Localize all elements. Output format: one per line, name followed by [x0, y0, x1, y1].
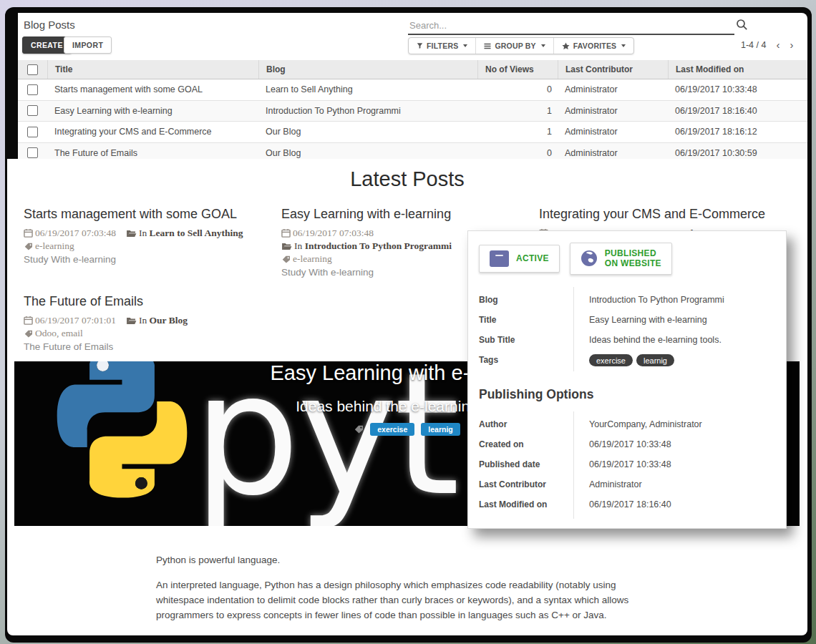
post-date: 06/19/2017 07:03:48 — [293, 228, 374, 238]
col-views[interactable]: No of Views — [477, 60, 558, 79]
hero-tag[interactable]: exercise — [370, 423, 414, 436]
group-by-label: GROUP BY — [495, 42, 535, 50]
post-tags[interactable]: Odoo, email — [35, 328, 83, 338]
tags-value: exerciselearnig — [581, 355, 678, 365]
field-value[interactable]: 06/19/2017 18:16:40 — [581, 499, 671, 509]
cell-views: 1 — [477, 106, 558, 116]
col-blog[interactable]: Blog — [258, 60, 477, 79]
table-row[interactable]: Starts management with some GOAL Learn t… — [18, 79, 807, 101]
chevron-down-icon — [621, 44, 626, 47]
calendar-icon — [281, 228, 291, 238]
cell-modified: 06/19/2017 18:16:40 — [668, 106, 807, 116]
pager-next-icon[interactable]: › — [790, 39, 793, 50]
filter-icon — [417, 42, 423, 49]
field-row-blog: Blog Introduction To Python Programmi — [479, 290, 779, 310]
post-subtitle: Study With e-learning — [24, 254, 263, 265]
cell-blog: Our Blog — [258, 148, 477, 158]
field-value[interactable]: Introduction To Python Programmi — [581, 295, 724, 305]
field-value[interactable]: Easy Learning with e-learning — [581, 315, 707, 325]
in-label: In — [139, 315, 147, 326]
search-input[interactable] — [408, 17, 734, 35]
tag-pill[interactable]: learnig — [636, 354, 674, 366]
field-row-tags: Tags exerciselearnig — [479, 350, 779, 370]
col-contributor[interactable]: Last Contributor — [558, 60, 668, 79]
chevron-down-icon — [541, 44, 545, 47]
field-value[interactable]: Administrator — [581, 479, 642, 489]
favorites-button[interactable]: FAVORITES — [554, 38, 634, 54]
calendar-icon — [24, 228, 33, 238]
field-row-created: Created on 06/19/2017 10:33:48 — [479, 434, 779, 454]
pager-prev-icon[interactable]: ‹ — [776, 39, 779, 50]
post-title[interactable]: Integrating your CMS and E-Commerce — [539, 207, 778, 222]
tag-icon — [281, 255, 291, 263]
post-blog-link[interactable]: Learn to Sell Anything — [150, 228, 243, 238]
row-checkbox[interactable] — [27, 105, 38, 116]
field-row-last-contributor: Last Contributor Administrator — [479, 474, 779, 494]
field-label: Title — [479, 315, 581, 325]
table-row[interactable]: Easy Learning with e-learning Introducti… — [18, 101, 807, 122]
field-value[interactable]: 06/19/2017 10:33:48 — [581, 439, 671, 449]
post-date: 06/19/2017 07:03:48 — [35, 228, 116, 238]
pager: 1-4 / 4 ‹ › — [741, 39, 793, 50]
row-checkbox[interactable] — [27, 127, 38, 137]
field-label: Last Modified on — [479, 499, 581, 509]
active-button[interactable]: ACTIVE — [479, 245, 560, 273]
cell-blog: Introduction To Python Programmi — [258, 106, 477, 116]
field-row-author: Author YourCompany, Administrator — [479, 414, 779, 434]
search-controls: FILTERS GROUP BY FAVORITES — [408, 37, 634, 54]
field-label: Sub Title — [479, 335, 581, 345]
field-label: Blog — [479, 295, 581, 305]
post-title[interactable]: Starts management with some GOAL — [24, 207, 263, 222]
field-value[interactable]: YourCompany, Administrator — [581, 419, 702, 429]
post-card[interactable]: Starts management with some GOAL 06/19/2… — [24, 207, 263, 265]
post-title[interactable]: Easy Learning with e-learning — [281, 207, 520, 222]
col-title[interactable]: Title — [47, 60, 258, 79]
published-label-line1: PUBLISHED — [605, 248, 661, 258]
post-subtitle: The Future of Emails — [24, 341, 263, 352]
post-tags[interactable]: e-learning — [293, 253, 332, 264]
paragraph: Python is a general purpose programming … — [156, 633, 659, 635]
post-title[interactable]: The Future of Emails — [24, 294, 263, 309]
folder-icon — [126, 230, 137, 238]
cell-title: Integrating your CMS and E-Commerce — [47, 127, 258, 137]
tag-pill[interactable]: exercise — [589, 354, 633, 366]
pager-range: 1-4 / 4 — [741, 40, 766, 50]
archive-box-icon — [490, 250, 509, 267]
cell-modified: 06/19/2017 18:16:12 — [668, 127, 807, 137]
post-tags[interactable]: e-learning — [35, 240, 74, 251]
post-body-text: Python is powerful language. An interpre… — [156, 552, 659, 635]
group-by-button[interactable]: GROUP BY — [476, 38, 553, 54]
published-on-website-button[interactable]: PUBLISHED ON WEBSITE — [570, 243, 672, 275]
star-icon — [562, 42, 570, 50]
row-checkbox[interactable] — [27, 147, 38, 158]
blog-posts-table: Title Blog No of Views Last Contributor … — [18, 60, 807, 164]
post-blog-link[interactable]: Introduction To Python Programmi — [305, 240, 452, 251]
search-icon[interactable] — [736, 19, 748, 31]
folder-icon — [281, 243, 292, 250]
select-all-checkbox[interactable] — [27, 64, 38, 75]
table-row[interactable]: Integrating your CMS and E-Commerce Our … — [18, 122, 807, 143]
hero-tag[interactable]: learnig — [421, 423, 460, 436]
cell-views: 1 — [477, 127, 558, 137]
table-header-row: Title Blog No of Views Last Contributor … — [18, 60, 807, 79]
filters-button[interactable]: FILTERS — [409, 38, 476, 54]
field-label: Tags — [479, 355, 581, 365]
cell-title: Easy Learning with e-learning — [47, 106, 258, 116]
publishing-options-heading: Publishing Options — [479, 387, 593, 402]
col-modified[interactable]: Last Modified on — [668, 60, 807, 79]
post-card[interactable]: The Future of Emails 06/19/2017 07:01:01… — [24, 294, 263, 352]
globe-icon — [581, 250, 598, 267]
field-value[interactable]: 06/19/2017 10:33:48 — [581, 459, 671, 469]
row-checkbox[interactable] — [27, 84, 38, 95]
import-button[interactable]: IMPORT — [64, 36, 112, 54]
field-row-last-modified: Last Modified on 06/19/2017 18:16:40 — [479, 494, 779, 514]
select-all-cell[interactable] — [18, 60, 47, 79]
cell-title: The Future of Emails — [47, 148, 258, 158]
cell-contributor: Administrator — [558, 106, 668, 116]
backend-panel: Blog Posts CREATE IMPORT FILTERS GROUP B… — [18, 13, 807, 159]
search-bar — [408, 17, 732, 35]
field-value[interactable]: Ideas behind the e-learning tools. — [581, 335, 722, 345]
latest-posts-heading: Latest Posts — [7, 167, 807, 191]
post-blog-link[interactable]: Our Blog — [150, 315, 188, 326]
tag-icon — [24, 243, 33, 250]
